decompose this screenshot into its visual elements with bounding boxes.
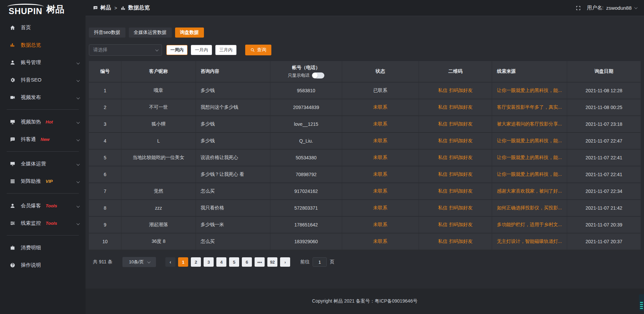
fullscreen-icon[interactable] xyxy=(576,5,581,11)
qr-scan-add-friend-link[interactable]: 扫码加好友 xyxy=(449,205,473,211)
total-count: 共 911 条 xyxy=(93,259,112,265)
sidebar-item-lead-monitor[interactable]: 线索监控Tools xyxy=(0,214,86,232)
search-button[interactable]: 查询 xyxy=(245,45,271,55)
customer-nickname: 觉然 xyxy=(121,183,196,199)
data-tabs: 抖音seo数据全媒体运营数据询盘数据 xyxy=(89,28,641,38)
page-button-92[interactable]: 92 xyxy=(267,257,277,267)
sidebar-item-media-operation[interactable]: 全媒体运营 xyxy=(0,155,86,172)
sidebar-item-video-heat[interactable]: 视频加热Hot xyxy=(0,113,86,130)
sidebar-item-operation-guide[interactable]: 操作说明 xyxy=(0,256,86,274)
footer: Copyright 树品 2021 备案号：粤ICP备09019646号 xyxy=(86,289,644,314)
qr-private-message-link[interactable]: 私信 xyxy=(438,239,447,245)
username-label: 用户名: xyxy=(587,5,603,11)
col-header-7: 线索来源 xyxy=(492,61,567,82)
qr-private-message-link[interactable]: 私信 xyxy=(438,104,447,110)
status-badge: 未联系 xyxy=(342,200,419,216)
qr-private-message-link[interactable]: 私信 xyxy=(438,222,447,228)
qr-private-message-link[interactable]: 私信 xyxy=(438,138,447,144)
lead-source-link[interactable]: 如何正确选择投影仪，买投影... xyxy=(492,200,567,216)
qr-scan-add-friend-link[interactable]: 扫码加好友 xyxy=(449,222,473,228)
phone-toggle-row: 只显示电话 xyxy=(288,72,324,78)
status-badge: 已联系 xyxy=(342,83,419,99)
status-badge: 未联系 xyxy=(342,166,419,182)
qr-private-message-link[interactable]: 私信 xyxy=(438,188,447,194)
qr-scan-add-friend-link[interactable]: 扫码加好友 xyxy=(449,104,473,110)
col-header-6: 二维码 xyxy=(419,61,492,82)
goto-page-input[interactable] xyxy=(313,257,327,267)
lead-source-link[interactable]: 让你一眼就爱上的黑科技，能... xyxy=(492,83,567,99)
sidebar-divider xyxy=(7,151,79,152)
table-header-row: 编号客户昵称咨询内容帐号（电话）只显示电话状态二维码线索来源询盘日期 xyxy=(89,61,641,83)
page-button-4[interactable]: 4 xyxy=(216,257,226,267)
lead-source-link[interactable]: 感谢大家喜欢我家，被问了好... xyxy=(492,183,567,199)
lead-source-link[interactable]: 让你一眼就爱上的黑科技，能... xyxy=(492,133,567,149)
goto-label: 前往 xyxy=(300,259,310,265)
lead-source-link[interactable]: 被大家追着问的客厅投影分享... xyxy=(492,116,567,132)
account-phone: 917024162 xyxy=(270,183,342,199)
col-header-3: 咨询内容 xyxy=(196,61,270,82)
floating-widget[interactable] xyxy=(639,294,644,311)
sidebar-item-account-manage[interactable]: 账号管理 xyxy=(0,54,86,71)
customer-nickname: L xyxy=(121,133,196,149)
filter-select[interactable]: 请选择 xyxy=(89,44,162,56)
sidebar-item-douyin-seo[interactable]: 抖音SEO xyxy=(0,71,86,89)
next-page-button[interactable]: › xyxy=(280,257,290,267)
sidebar-item-home[interactable]: 首页 xyxy=(0,19,86,36)
status-badge: 未联系 xyxy=(342,233,419,250)
qr-private-message-link[interactable]: 私信 xyxy=(438,155,447,161)
sidebar-item-matrix-boost[interactable]: 矩阵助推VIP xyxy=(0,172,86,190)
qr-scan-add-friend-link[interactable]: 扫码加好友 xyxy=(449,138,473,144)
qr-private-message-link[interactable]: 私信 xyxy=(438,171,447,177)
qr-scan-add-friend-link[interactable]: 扫码加好友 xyxy=(449,188,473,194)
qr-scan-add-friend-link[interactable]: 扫码加好友 xyxy=(449,239,473,245)
status-badge: 未联系 xyxy=(342,150,419,166)
sidebar-item-expense-detail[interactable]: 消费明细 xyxy=(0,239,86,256)
table-row: 8zzz我只看价格572803371未联系私信扫码加好友如何正确选择投影仪，买投… xyxy=(89,200,641,217)
prev-page-button[interactable]: ‹ xyxy=(165,257,175,267)
sidebar-item-label: 抖音SEO xyxy=(21,77,42,83)
qr-scan-add-friend-link[interactable]: 扫码加好友 xyxy=(449,171,473,177)
page-size-select[interactable]: 10条/页 xyxy=(122,257,156,267)
lead-source-link[interactable]: 多功能护栏灯，适用于乡村文... xyxy=(492,217,567,233)
tab-douyin-seo-data[interactable]: 抖音seo数据 xyxy=(89,28,125,38)
page-more-button[interactable]: ••• xyxy=(255,257,265,267)
chevron-down-icon xyxy=(76,178,79,184)
period-button-3[interactable]: 三月内 xyxy=(215,45,236,55)
table-row: 6多少钱？让我死心 看70898792未联系私信扫码加好友让你一眼就爱上的黑科技… xyxy=(89,166,641,183)
tab-media-operation-data[interactable]: 全媒体运营数据 xyxy=(129,28,172,38)
period-button-1[interactable]: 一周内 xyxy=(166,45,187,55)
sidebar-divider xyxy=(7,235,79,235)
page-button-2[interactable]: 2 xyxy=(191,257,201,267)
qr-private-message-link[interactable]: 私信 xyxy=(438,205,447,211)
camera-icon xyxy=(9,94,15,100)
user-menu[interactable]: 用户名: zswodun88 xyxy=(587,5,637,11)
lead-source-link[interactable]: 让你一眼就爱上的黑科技，能... xyxy=(492,166,567,182)
tab-inquiry-data[interactable]: 询盘数据 xyxy=(175,28,204,38)
sidebar-item-data-overview[interactable]: 数据总览 xyxy=(0,36,86,54)
period-button-2[interactable]: 一月内 xyxy=(191,45,212,55)
sidebar-item-douketong[interactable]: 抖客通New xyxy=(0,130,86,148)
gear-icon xyxy=(9,77,15,83)
sidebar-item-video-publish[interactable]: 视频发布 xyxy=(0,89,86,106)
qr-scan-add-friend-link[interactable]: 扫码加好友 xyxy=(449,121,473,127)
qr-private-message-link[interactable]: 私信 xyxy=(438,121,447,127)
qr-scan-add-friend-link[interactable]: 扫码加好友 xyxy=(449,155,473,161)
lead-source-link[interactable]: 让你一眼就爱上的黑科技，能... xyxy=(492,150,567,166)
page-button-6[interactable]: 6 xyxy=(242,257,252,267)
inquiry-content: 怎么买 xyxy=(196,233,270,250)
page-buttons: 123456•••92 xyxy=(175,257,277,267)
page-button-5[interactable]: 5 xyxy=(229,257,239,267)
page-button-1[interactable]: 1 xyxy=(178,257,188,267)
lead-source-link[interactable]: 无主灯设计，智能磁吸轨道灯... xyxy=(492,233,567,250)
breadcrumb-item-data-overview[interactable]: 数据总览 xyxy=(120,4,150,11)
sidebar-item-member-burst[interactable]: 会员爆客Tools xyxy=(0,197,86,214)
qr-scan-add-friend-link[interactable]: 扫码加好友 xyxy=(449,88,473,94)
phone-only-toggle[interactable] xyxy=(312,72,324,78)
lead-source-link[interactable]: 客厅安装投影半年多了，真实... xyxy=(492,99,567,115)
breadcrumb-item-shupin[interactable]: 树品 xyxy=(93,4,111,11)
qr-private-message-link[interactable]: 私信 xyxy=(438,88,447,94)
inquiry-content: 多少钱 xyxy=(196,133,270,149)
topbar-right: 用户名: zswodun88 xyxy=(576,5,637,11)
page-button-3[interactable]: 3 xyxy=(204,257,214,267)
inquiry-date: 2021-11-07 22:41 xyxy=(567,150,641,166)
